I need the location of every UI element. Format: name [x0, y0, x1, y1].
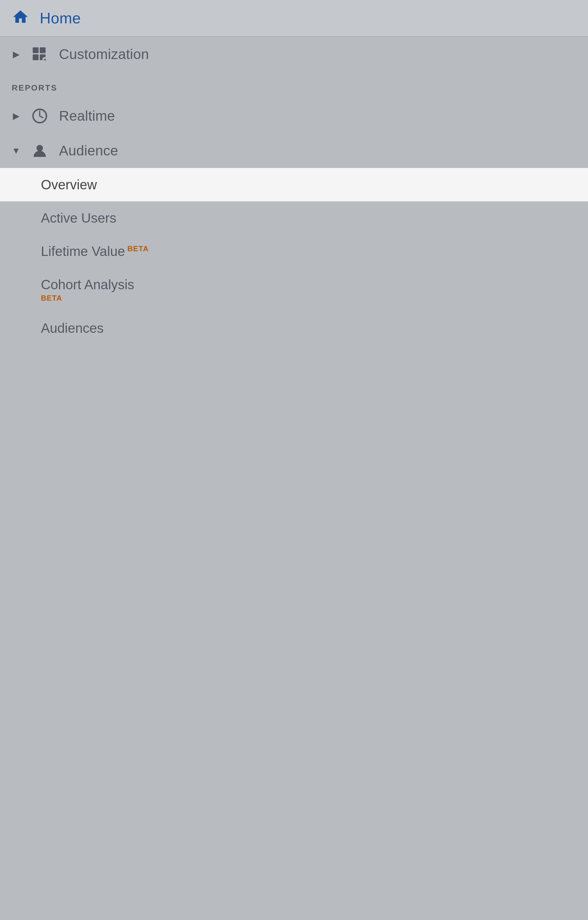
- svg-rect-0: [33, 47, 39, 53]
- home-label: Home: [40, 9, 81, 27]
- reports-section-header: REPORTS: [0, 71, 588, 99]
- reports-label: REPORTS: [12, 83, 57, 92]
- sidebar: Home ▶ Customization REPORTS ▶: [0, 0, 588, 345]
- chevron-right-icon: ▶: [12, 111, 21, 121]
- sidebar-subitem-audiences[interactable]: Audiences: [0, 311, 588, 345]
- sidebar-subitem-lifetime-value[interactable]: Lifetime ValueBETA: [0, 235, 588, 268]
- sidebar-item-audience[interactable]: ▼ Audience: [0, 133, 588, 168]
- cohort-analysis-label: Cohort Analysis BETA: [41, 277, 134, 303]
- lifetime-value-label: Lifetime ValueBETA: [41, 243, 149, 259]
- sidebar-subitem-cohort-analysis[interactable]: Cohort Analysis BETA: [0, 268, 588, 311]
- sidebar-subitem-overview[interactable]: Overview: [0, 168, 588, 201]
- chevron-down-icon: ▼: [12, 146, 21, 156]
- audience-icon: [31, 143, 49, 159]
- chevron-right-icon: ▶: [12, 49, 21, 59]
- svg-rect-6: [45, 58, 45, 61]
- svg-rect-2: [33, 54, 39, 60]
- customization-label: Customization: [59, 46, 149, 62]
- svg-rect-1: [40, 47, 45, 53]
- active-users-label: Active Users: [41, 210, 116, 226]
- cohort-analysis-beta-badge: BETA: [41, 294, 134, 303]
- svg-line-9: [40, 116, 43, 118]
- realtime-label: Realtime: [59, 108, 115, 124]
- sidebar-item-home[interactable]: Home: [0, 0, 588, 37]
- customization-icon: [31, 47, 49, 62]
- home-icon: [12, 8, 29, 28]
- lifetime-value-beta-badge: BETA: [127, 244, 149, 253]
- sidebar-subitem-active-users[interactable]: Active Users: [0, 201, 588, 235]
- svg-point-10: [37, 145, 43, 151]
- audience-label: Audience: [59, 143, 118, 159]
- overview-label: Overview: [41, 177, 97, 193]
- sidebar-item-realtime[interactable]: ▶ Realtime: [0, 99, 588, 133]
- realtime-icon: [31, 108, 49, 124]
- sidebar-item-customization[interactable]: ▶ Customization: [0, 37, 588, 71]
- audiences-label: Audiences: [41, 320, 104, 336]
